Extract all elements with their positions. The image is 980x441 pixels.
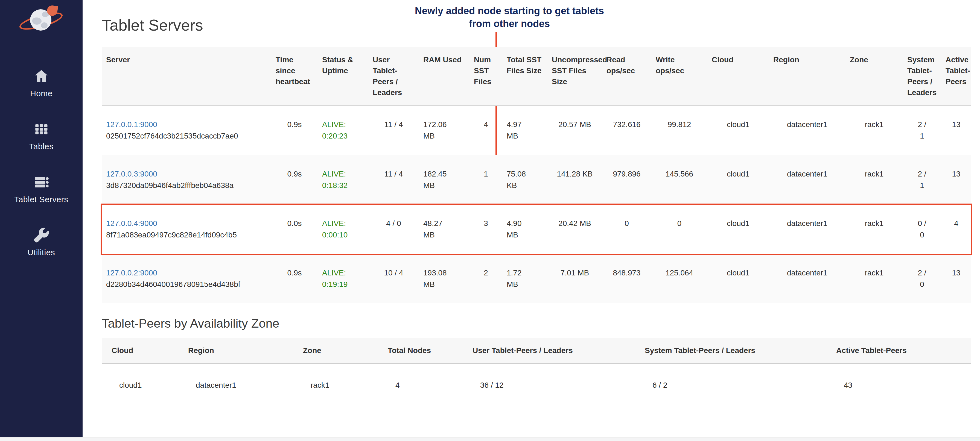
sidebar: Home Tables [0, 0, 83, 437]
yugabyte-logo[interactable] [18, 5, 65, 33]
ram-used-cell: 193.08 MB [419, 254, 469, 303]
column-header-region: Region [769, 47, 845, 106]
write-ops-cell: 99.812 [651, 105, 707, 155]
zone-cell: rack1 [293, 363, 378, 407]
uncompressed-sst-cell: 141.28 KB [547, 155, 602, 205]
tablet-servers-icon [33, 174, 49, 192]
sidebar-item-tables[interactable]: Tables [29, 121, 53, 151]
user-tablet-peers-cell: 36 / 12 [463, 363, 635, 407]
home-icon [33, 68, 49, 86]
region-cell: datacenter1 [178, 363, 293, 407]
system-tablet-peers-cell: 2 / 1 [903, 155, 941, 205]
server-cell: 127.0.0.4:9000 8f71a083ea09497c9c828e14f… [102, 205, 271, 254]
num-sst-cell: 1 [469, 155, 502, 205]
zone-cell: rack1 [845, 155, 903, 205]
status-cell: ALIVE: 0:19:19 [318, 254, 368, 303]
sidebar-nav: Home Tables [14, 68, 68, 257]
status-cell: ALIVE: 0:20:23 [318, 105, 368, 155]
column-header-active-tablet-peers: Active Tablet-Peers [941, 47, 971, 106]
table-header-row: Server Time since heartbeat Status & Upt… [102, 47, 971, 106]
uptime-value: 0:00:10 [322, 229, 364, 241]
active-tablet-peers-cell: 13 [941, 105, 971, 155]
availability-zone-table: Cloud Region Zone Total Nodes User Table… [102, 338, 971, 407]
status-cell: ALIVE: 0:00:10 [318, 205, 368, 254]
column-header-zone: Zone [293, 338, 378, 364]
status-cell: ALIVE: 0:18:32 [318, 155, 368, 205]
server-uuid: d2280b34d460400196780915e4d438bf [106, 279, 267, 290]
sidebar-item-label: Tables [29, 142, 53, 151]
num-sst-cell: 3 [469, 205, 502, 254]
table-row: 127.0.0.2:9000 d2280b34d460400196780915e… [102, 254, 971, 303]
server-address-link[interactable]: 127.0.0.4:9000 [106, 219, 157, 228]
total-nodes-cell: 4 [378, 363, 463, 407]
region-cell: datacenter1 [769, 205, 845, 254]
user-tablet-peers-cell: 10 / 4 [368, 254, 419, 303]
column-header-zone: Zone [845, 47, 903, 106]
sidebar-item-utilities[interactable]: Utilities [28, 227, 55, 257]
uncompressed-sst-cell: 20.42 MB [547, 205, 602, 254]
cloud-cell: cloud1 [102, 363, 178, 407]
column-header-read-ops: Read ops/sec [602, 47, 651, 106]
active-tablet-peers-cell: 4 [941, 205, 971, 254]
heartbeat-cell: 0.9s [271, 105, 318, 155]
total-sst-cell: 4.90 MB [502, 205, 547, 254]
ram-used-cell: 182.45 MB [419, 155, 469, 205]
total-sst-cell: 1.72 MB [502, 254, 547, 303]
server-uuid: 3d87320da09b46f4ab2fffbeb04a638a [106, 180, 267, 191]
active-tablet-peers-cell: 13 [941, 254, 971, 303]
read-ops-cell: 979.896 [602, 155, 651, 205]
status-label: ALIVE: [322, 119, 364, 130]
server-address-link[interactable]: 127.0.0.2:9000 [106, 268, 157, 277]
column-header-total-sst: Total SST Files Size [502, 47, 547, 106]
zone-cell: rack1 [845, 105, 903, 155]
column-header-user-tablet-peers: User Tablet-Peers / Leaders [463, 338, 635, 364]
read-ops-cell: 732.616 [602, 105, 651, 155]
sidebar-item-label: Tablet Servers [14, 195, 68, 204]
active-tablet-peers-cell: 13 [941, 155, 971, 205]
table-row-highlighted: 127.0.0.4:9000 8f71a083ea09497c9c828e14f… [102, 205, 971, 254]
table-row: 127.0.0.3:9000 3d87320da09b46f4ab2fffbeb… [102, 155, 971, 205]
sidebar-item-label: Home [30, 89, 52, 98]
column-header-total-nodes: Total Nodes [378, 338, 463, 364]
user-tablet-peers-cell: 11 / 4 [368, 105, 419, 155]
column-header-write-ops: Write ops/sec [651, 47, 707, 106]
server-uuid: 02501752cf764dc3b21535dcaccb7ae0 [106, 130, 267, 142]
user-tablet-peers-cell: 11 / 4 [368, 155, 419, 205]
column-header-region: Region [178, 338, 293, 364]
cloud-cell: cloud1 [707, 205, 769, 254]
uncompressed-sst-cell: 20.57 MB [547, 105, 602, 155]
table-header-row: Cloud Region Zone Total Nodes User Table… [102, 338, 971, 364]
az-section-title: Tablet-Peers by Availability Zone [102, 316, 971, 331]
heartbeat-cell: 0.9s [271, 155, 318, 205]
write-ops-cell: 145.566 [651, 155, 707, 205]
column-header-server: Server [102, 47, 271, 106]
num-sst-cell: 2 [469, 254, 502, 303]
heartbeat-cell: 0.0s [271, 205, 318, 254]
server-address-link[interactable]: 127.0.0.1:9000 [106, 120, 157, 129]
write-ops-cell: 0 [651, 205, 707, 254]
sidebar-item-tablet-servers[interactable]: Tablet Servers [14, 174, 68, 204]
system-tablet-peers-cell: 2 / 0 [903, 254, 941, 303]
system-tablet-peers-cell: 2 / 1 [903, 105, 941, 155]
utilities-icon [33, 227, 49, 245]
region-cell: datacenter1 [769, 254, 845, 303]
uncompressed-sst-cell: 7.01 MB [547, 254, 602, 303]
total-sst-cell: 4.97 MB [502, 105, 547, 155]
sidebar-item-label: Utilities [28, 248, 55, 257]
column-header-cloud: Cloud [102, 338, 178, 364]
tablet-servers-table: Server Time since heartbeat Status & Upt… [102, 47, 971, 303]
total-sst-cell: 75.08 KB [502, 155, 547, 205]
page: Home Tables [0, 0, 980, 441]
column-header-active-tablet-peers: Active Tablet-Peers [826, 338, 971, 364]
uptime-value: 0:20:23 [322, 130, 364, 142]
heartbeat-cell: 0.9s [271, 254, 318, 303]
server-cell: 127.0.0.3:9000 3d87320da09b46f4ab2fffbeb… [102, 155, 271, 205]
system-tablet-peers-cell: 0 / 0 [903, 205, 941, 254]
column-header-cloud: Cloud [707, 47, 769, 106]
sidebar-item-home[interactable]: Home [30, 68, 52, 98]
main-content: Tablet Servers Server Time since heartbe… [83, 0, 980, 407]
user-tablet-peers-cell: 4 / 0 [368, 205, 419, 254]
column-header-status: Status & Uptime [318, 47, 368, 106]
uptime-value: 0:19:19 [322, 279, 364, 290]
server-address-link[interactable]: 127.0.0.3:9000 [106, 170, 157, 178]
